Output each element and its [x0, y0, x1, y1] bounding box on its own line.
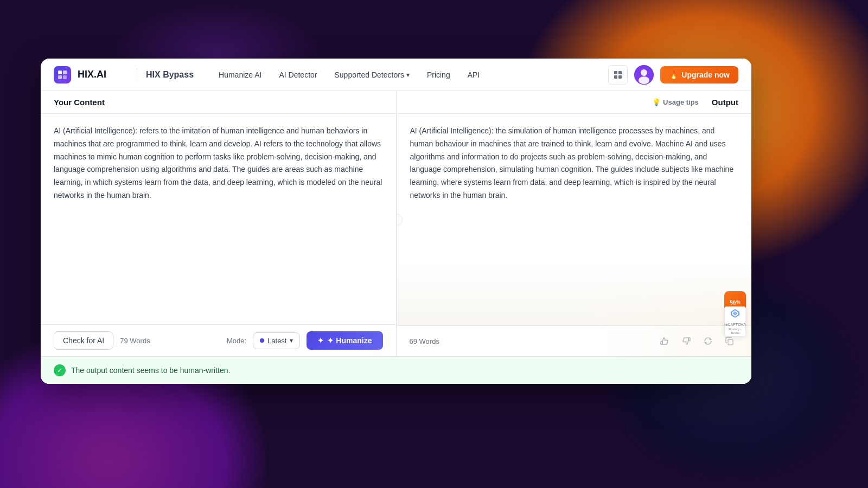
nav-right: 🔥 Upgrade now [608, 65, 738, 85]
svg-rect-0 [58, 70, 62, 74]
check-icon: ✓ [57, 367, 62, 374]
svg-rect-4 [614, 71, 617, 74]
recaptcha-sublabel: Privacy - Terms [725, 328, 745, 335]
recaptcha-label: reCAPTCHA [724, 323, 746, 327]
left-panel-header: Your Content [41, 91, 396, 113]
right-word-count: 69 Words [410, 337, 439, 345]
svg-point-10 [639, 76, 649, 84]
status-message: The output content seems to be human-wri… [71, 366, 230, 375]
thumbs-up-button[interactable] [656, 332, 673, 350]
content-area: Your Content 💡 Usage tips Output 543k Sh… [41, 91, 751, 384]
collapse-icon: ‹ [397, 217, 398, 223]
right-panel-footer: 69 Words [397, 325, 752, 356]
svg-rect-6 [614, 75, 617, 79]
main-window: HIX.AI HIX Bypass Humanize AI AI Detecto… [41, 59, 751, 384]
recaptcha-badge[interactable]: reCAPTCHA Privacy - Terms [724, 306, 746, 337]
lightbulb-icon: 💡 [652, 98, 661, 106]
nav-link-humanize-ai[interactable]: Humanize AI [211, 66, 269, 84]
grid-icon[interactable] [608, 65, 628, 85]
status-bar: ✓ The output content seems to be human-w… [41, 356, 751, 384]
svg-rect-3 [63, 75, 67, 79]
nav-link-api[interactable]: API [460, 66, 488, 84]
usage-tips[interactable]: 💡 Usage tips [652, 98, 699, 106]
sparkle-icon: ✦ [317, 336, 324, 345]
thumbs-down-button[interactable] [678, 332, 695, 350]
nav-link-supported-detectors[interactable]: Supported Detectors ▾ [327, 66, 417, 84]
check-for-ai-button[interactable]: Check for AI [54, 331, 113, 350]
svg-rect-5 [618, 71, 622, 74]
left-word-count: 79 Words [120, 337, 150, 345]
svg-rect-17 [688, 338, 690, 341]
svg-point-9 [641, 69, 647, 76]
left-panel-footer: Check for AI 79 Words Mode: Latest ▾ ✦ ✦… [41, 324, 396, 356]
mode-dot [260, 338, 264, 343]
chevron-down-icon: ▾ [406, 71, 410, 79]
svg-rect-2 [58, 75, 62, 79]
right-panel-header: 💡 Usage tips Output [396, 91, 752, 113]
mode-select[interactable]: Latest ▾ [253, 332, 300, 349]
column-headers: Your Content 💡 Usage tips Output [41, 91, 751, 114]
logo-icon [54, 66, 71, 84]
nav-link-ai-detector[interactable]: AI Detector [271, 66, 324, 84]
status-check-icon: ✓ [54, 364, 66, 376]
upgrade-button[interactable]: 🔥 Upgrade now [660, 66, 738, 84]
left-panel-content: AI (Artificial Intelligence): refers to … [54, 125, 383, 202]
logo-text: HIX.AI [78, 69, 106, 80]
nav-link-pricing[interactable]: Pricing [419, 66, 458, 84]
avatar[interactable] [634, 65, 654, 85]
right-panel: ‹ AI (Artificial Intelligence): the simu… [397, 114, 752, 325]
humanize-button[interactable]: ✦ ✦ Humanize [307, 331, 382, 350]
nav-divider [137, 68, 137, 81]
recaptcha-icon [730, 308, 741, 322]
logo-area[interactable]: HIX.AI [54, 66, 106, 84]
right-panel-container: ‹ AI (Artificial Intelligence): the simu… [397, 114, 752, 356]
navbar: HIX.AI HIX Bypass Humanize AI AI Detecto… [41, 59, 751, 91]
left-panel[interactable]: AI (Artificial Intelligence): refers to … [41, 114, 396, 324]
right-panel-content: AI (Artificial Intelligence): the simula… [410, 125, 739, 202]
nav-brand: HIX Bypass [146, 70, 194, 80]
upgrade-icon: 🔥 [669, 70, 678, 79]
collapse-handle[interactable]: ‹ [397, 214, 403, 226]
svg-rect-1 [63, 70, 67, 74]
mode-chevron-icon: ▾ [290, 337, 293, 344]
panels-wrapper: 543k Shares f 𝕏 in [41, 114, 751, 356]
mode-label: Mode: [227, 337, 246, 345]
svg-rect-16 [661, 342, 662, 345]
left-panel-container: AI (Artificial Intelligence): refers to … [41, 114, 397, 356]
nav-links: Humanize AI AI Detector Supported Detect… [211, 66, 608, 84]
svg-rect-18 [728, 339, 733, 345]
svg-rect-7 [618, 75, 622, 79]
refresh-button[interactable] [699, 332, 717, 350]
